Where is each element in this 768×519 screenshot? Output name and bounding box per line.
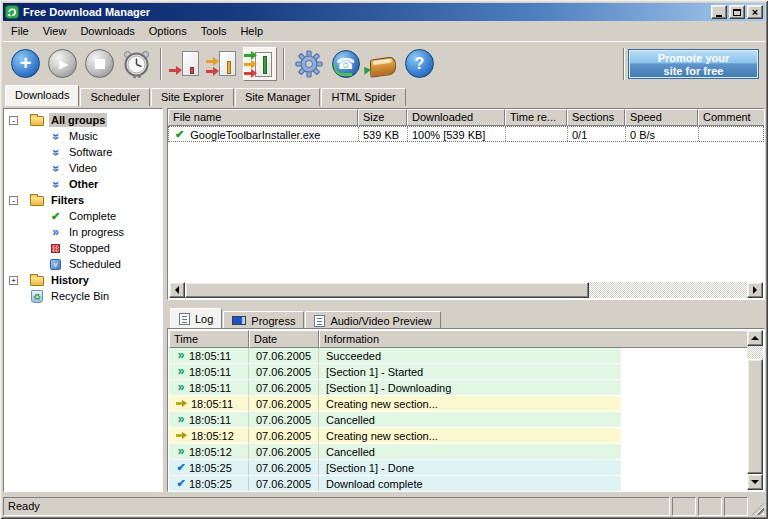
tree-item-filters[interactable]: - Filters xyxy=(4,192,162,208)
title-bar[interactable]: Free Download Manager × xyxy=(3,3,765,21)
column-date[interactable]: Date xyxy=(249,330,319,348)
resize-grip[interactable] xyxy=(750,497,765,516)
column-size[interactable]: Size xyxy=(358,109,407,126)
maximize-button[interactable] xyxy=(729,5,745,19)
tab-scheduler[interactable]: Scheduler xyxy=(80,88,150,106)
speed-limit-low-button[interactable] xyxy=(167,45,204,83)
log-row[interactable]: »18:05:11 07.06.2005 Succeeded xyxy=(169,348,621,364)
app-window: Free Download Manager × File View Downlo… xyxy=(0,0,768,519)
tree-item-scheduled[interactable]: v Scheduled xyxy=(4,256,162,272)
log-arrow-icon: » xyxy=(173,382,189,393)
progress-arrow-icon: » xyxy=(49,225,62,239)
add-download-button[interactable]: + xyxy=(7,45,44,83)
tree-item-all-groups[interactable]: - All groups xyxy=(4,112,162,128)
column-downloaded[interactable]: Downloaded xyxy=(407,109,505,126)
help-button[interactable]: ? xyxy=(401,45,438,83)
column-speed[interactable]: Speed xyxy=(625,109,698,126)
scroll-up-button[interactable] xyxy=(747,330,763,346)
scrollbar-thumb[interactable] xyxy=(185,282,589,298)
downloads-list-header: File name Size Downloaded Time re... Sec… xyxy=(168,109,764,126)
gear-icon xyxy=(294,49,324,79)
log-row[interactable]: ✔18:05:25 07.06.2005 [Section 1] - Done xyxy=(169,460,621,476)
window-title: Free Download Manager xyxy=(23,6,709,18)
menu-tools[interactable]: Tools xyxy=(194,23,234,40)
tree-item-recycle-bin[interactable]: ♻ Recycle Bin xyxy=(4,288,162,304)
stop-download-button[interactable] xyxy=(81,45,118,83)
speed-limit-medium-button[interactable] xyxy=(204,45,241,83)
log-row[interactable]: ✔18:05:25 07.06.2005 Download complete xyxy=(169,476,621,492)
speed-limit-full-button[interactable] xyxy=(241,45,278,83)
log-row[interactable]: »18:05:12 07.06.2005 Cancelled xyxy=(169,444,621,460)
file-time-remaining xyxy=(506,127,568,141)
collapse-icon[interactable]: - xyxy=(9,116,18,125)
menu-help[interactable]: Help xyxy=(233,23,270,40)
file-speed: 0 B/s xyxy=(626,127,699,141)
tab-site-manager[interactable]: Site Manager xyxy=(235,88,320,106)
alarm-clock-icon xyxy=(121,48,152,79)
log-done-check-icon: ✔ xyxy=(173,477,189,490)
scrollbar-track[interactable] xyxy=(589,282,747,298)
tree-item-in-progress[interactable]: » In progress xyxy=(4,224,162,240)
collapse-icon[interactable]: - xyxy=(9,196,18,205)
tree-item-complete[interactable]: ✔ Complete xyxy=(4,208,162,224)
scroll-right-button[interactable] xyxy=(747,282,763,298)
preview-list-icon xyxy=(314,315,325,327)
menu-view[interactable]: View xyxy=(36,23,74,40)
menu-bar: File View Downloads Options Tools Help xyxy=(3,22,765,41)
status-pane xyxy=(698,497,722,516)
expand-icon[interactable]: + xyxy=(9,276,18,285)
log-row[interactable]: 18:05:12 07.06.2005 Creating new section… xyxy=(169,428,621,444)
site-manager-button[interactable] xyxy=(364,45,401,83)
folder-icon xyxy=(30,196,44,206)
log-row[interactable]: »18:05:11 07.06.2005 [Section 1] - Start… xyxy=(169,364,621,380)
main-tab-bar: Downloads Scheduler Site Explorer Site M… xyxy=(3,85,765,106)
stop-icon xyxy=(85,49,114,78)
column-comment[interactable]: Comment xyxy=(698,109,764,126)
tree-item-video[interactable]: » Video xyxy=(4,160,162,176)
toolbar: + ▶ xyxy=(3,41,765,85)
minimize-button[interactable] xyxy=(711,5,727,19)
start-download-button[interactable]: ▶ xyxy=(44,45,81,83)
tree-item-software[interactable]: » Software xyxy=(4,144,162,160)
column-sections[interactable]: Sections xyxy=(567,109,625,126)
log-row[interactable]: »18:05:11 07.06.2005 Cancelled xyxy=(169,412,621,428)
dial-connection-button[interactable]: ☎ xyxy=(327,45,364,83)
tab-log[interactable]: Log xyxy=(170,308,222,328)
progress-bar-icon xyxy=(232,316,246,325)
horizontal-scrollbar[interactable] xyxy=(169,282,763,298)
group-icon: » xyxy=(50,130,62,143)
log-row[interactable]: 18:05:11 07.06.2005 Creating new section… xyxy=(169,396,621,412)
menu-downloads[interactable]: Downloads xyxy=(73,23,141,40)
tab-site-explorer[interactable]: Site Explorer xyxy=(151,88,234,106)
log-header: Time Date Information xyxy=(169,330,747,348)
scroll-down-button[interactable] xyxy=(747,474,763,490)
tree-item-stopped[interactable]: Stopped xyxy=(4,240,162,256)
column-time-remaining[interactable]: Time re... xyxy=(505,109,567,126)
download-row[interactable]: ✔ GoogleToolbarInstaller.exe 539 KB 100%… xyxy=(168,126,764,142)
log-row[interactable]: »18:05:11 07.06.2005 [Section 1] - Downl… xyxy=(169,380,621,396)
complete-check-icon: ✔ xyxy=(175,128,184,141)
close-button[interactable]: × xyxy=(747,5,763,19)
log-vertical-scrollbar[interactable] xyxy=(747,330,763,490)
tab-downloads[interactable]: Downloads xyxy=(5,85,79,106)
promote-site-button[interactable]: Promote your site for free xyxy=(628,49,759,79)
maximize-icon xyxy=(733,9,741,16)
tab-progress[interactable]: Progress xyxy=(223,311,304,328)
column-time[interactable]: Time xyxy=(169,330,249,348)
options-button[interactable] xyxy=(290,45,327,83)
menu-file[interactable]: File xyxy=(4,23,36,40)
column-information[interactable]: Information xyxy=(319,330,747,348)
tree-item-music[interactable]: » Music xyxy=(4,128,162,144)
tab-audio-video-preview[interactable]: Audio/Video Preview xyxy=(305,311,440,328)
tree-item-history[interactable]: + History xyxy=(4,272,162,288)
group-icon: » xyxy=(50,146,62,159)
menu-options[interactable]: Options xyxy=(142,23,194,40)
tree-item-other[interactable]: » Other xyxy=(4,176,162,192)
scheduler-button[interactable] xyxy=(118,45,155,83)
tab-html-spider[interactable]: HTML Spider xyxy=(321,88,405,106)
scroll-left-button[interactable] xyxy=(169,282,185,298)
scrollbar-thumb[interactable] xyxy=(747,359,763,474)
arrow-left-icon xyxy=(175,286,179,294)
scrollbar-track[interactable] xyxy=(747,346,763,359)
column-file-name[interactable]: File name xyxy=(168,109,358,126)
